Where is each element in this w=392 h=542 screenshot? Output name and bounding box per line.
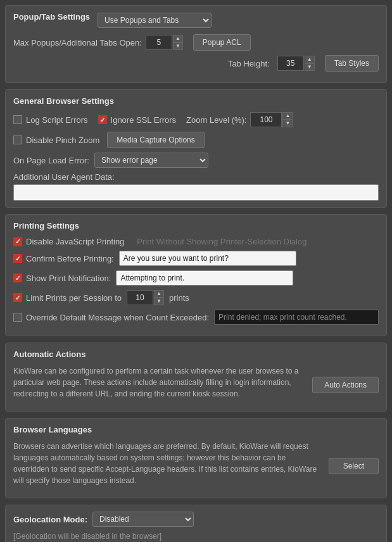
confirm-before-label: Confirm Before Printing: — [26, 254, 114, 263]
confirm-before-checkbox[interactable] — [13, 254, 22, 263]
zoom-level-input[interactable] — [250, 112, 282, 127]
general-browser-section: General Browser Settings Log Script Erro… — [5, 89, 387, 208]
tab-height-up[interactable]: ▲ — [305, 56, 315, 63]
override-default-input[interactable] — [214, 310, 379, 325]
disable-js-print-checkbox[interactable] — [13, 237, 22, 246]
media-capture-button[interactable]: Media Capture Options — [107, 132, 204, 148]
ignore-ssl-label: Ignore SSL Errors — [111, 115, 177, 125]
disable-pinch-label: Disable Pinch Zoom — [26, 136, 99, 145]
geolocation-section: Geolocation Mode: Disabled Enabled Promp… — [5, 505, 387, 542]
max-popups-label: Max Popups/Additional Tabs Open: — [13, 38, 142, 47]
popup-tab-select[interactable]: Use Popups and Tabs — [98, 13, 212, 28]
limit-prints-spinner[interactable]: ▲ ▼ — [127, 290, 164, 305]
auto-actions-button[interactable]: Auto Actions — [312, 377, 379, 393]
print-without-dialog-label: Print Without Showing Printer-Selection … — [137, 237, 307, 246]
on-page-load-select[interactable]: Show error page Do nothing Reload page — [94, 153, 208, 168]
disable-pinch-checkbox[interactable] — [13, 136, 22, 144]
override-default-label: Override Default Message when Count Exce… — [26, 313, 209, 322]
prints-suffix: prints — [169, 293, 189, 303]
tab-height-input[interactable] — [277, 56, 304, 71]
limit-prints-down[interactable]: ▼ — [154, 298, 164, 305]
browser-languages-description: Browsers can advertise which languages a… — [13, 441, 319, 486]
popup-tab-section: Popup/Tab Settings Use Popups and Tabs M… — [5, 5, 387, 83]
show-notification-input[interactable] — [116, 270, 293, 286]
geolocation-mode-select[interactable]: Disabled Enabled Prompt — [92, 512, 194, 527]
limit-prints-label: Limit Prints per Session to — [26, 293, 122, 303]
additional-ua-label: Additional User Agent Data: — [13, 172, 115, 182]
show-notification-checkbox[interactable] — [13, 274, 22, 282]
printing-title: Printing Settings — [13, 221, 379, 230]
popup-tab-title: Popup/Tab Settings — [13, 12, 90, 22]
disable-js-print-label: Disable JavaScript Printing — [26, 237, 124, 246]
show-notification-label: Show Print Notification: — [26, 274, 111, 283]
log-script-checkbox[interactable] — [13, 115, 22, 124]
max-popups-down[interactable]: ▼ — [173, 42, 183, 50]
limit-prints-checkbox[interactable] — [13, 293, 22, 302]
max-popups-up[interactable]: ▲ — [173, 35, 183, 42]
browser-languages-select-button[interactable]: Select — [329, 458, 379, 474]
browser-languages-section: Browser Languages Browsers can advertise… — [5, 418, 387, 498]
tab-styles-button[interactable]: Tab Styles — [325, 55, 379, 72]
zoom-level-label: Zoom Level (%): — [186, 115, 246, 125]
confirm-before-input[interactable] — [119, 251, 296, 266]
on-page-load-label: On Page Load Error: — [13, 156, 89, 165]
popup-acl-button[interactable]: Popup ACL — [193, 34, 251, 51]
tab-height-spinner[interactable]: ▲ ▼ — [277, 56, 315, 71]
general-browser-title: General Browser Settings — [13, 96, 379, 106]
additional-ua-input[interactable] — [13, 184, 379, 201]
printing-section: Printing Settings Disable JavaScript Pri… — [5, 214, 387, 336]
zoom-up[interactable]: ▲ — [282, 112, 293, 120]
zoom-down[interactable]: ▼ — [282, 120, 293, 127]
tab-height-down[interactable]: ▼ — [305, 63, 315, 71]
auto-actions-description: KioWare can be configured to perform a c… — [13, 365, 302, 400]
ignore-ssl-checkbox[interactable] — [98, 115, 107, 124]
zoom-level-spinner[interactable]: ▲ ▼ — [250, 112, 293, 127]
browser-languages-title: Browser Languages — [13, 425, 379, 434]
geolocation-description: [Geolocation will be disabled in the bro… — [13, 532, 379, 541]
geolocation-title: Geolocation Mode: — [13, 515, 87, 524]
max-popups-input[interactable] — [146, 35, 172, 50]
limit-prints-input[interactable] — [127, 290, 153, 305]
log-script-label: Log Script Errors — [26, 115, 88, 125]
tab-height-label: Tab Height: — [194, 59, 270, 68]
max-popups-spinner[interactable]: ▲ ▼ — [146, 35, 183, 50]
auto-actions-section: Automatic Actions KioWare can be configu… — [5, 343, 387, 412]
limit-prints-up[interactable]: ▲ — [154, 290, 164, 298]
auto-actions-title: Automatic Actions — [13, 350, 379, 359]
override-default-checkbox[interactable] — [13, 313, 22, 322]
